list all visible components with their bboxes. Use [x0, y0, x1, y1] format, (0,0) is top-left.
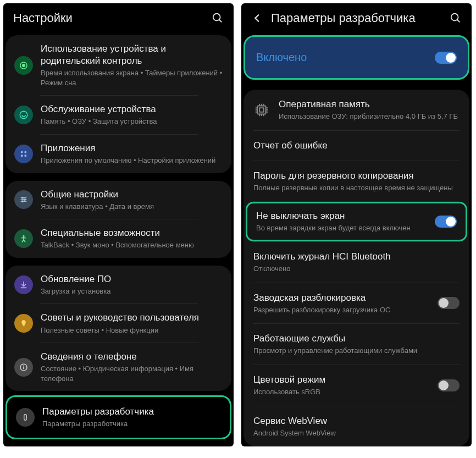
- dev-item-sub: Во время зарядки экран будет всегда вклю…: [256, 223, 426, 233]
- dev-item-oem-unlock[interactable]: Заводская разблокировка Разрешить разбло…: [243, 283, 469, 324]
- settings-item-text: Обслуживание устройства Память • ОЗУ • З…: [41, 103, 223, 126]
- svg-point-6: [24, 151, 26, 153]
- settings-header: Настройки: [3, 3, 234, 35]
- settings-item-text: Приложения Приложения по умолчанию • Нас…: [41, 142, 223, 165]
- svg-point-5: [21, 151, 23, 153]
- settings-item-sub: Состояние • Юридическая информация • Имя…: [41, 364, 223, 383]
- settings-item-sub: Время использования экрана • Таймеры при…: [41, 68, 223, 87]
- svg-rect-23: [259, 108, 264, 112]
- stay-awake-highlight: Не выключать экран Во время зарядки экра…: [246, 202, 467, 241]
- settings-group: Использование устройства и родительский …: [5, 35, 231, 173]
- apps-icon: [14, 145, 33, 163]
- dev-item-title: Сервис WebView: [253, 415, 460, 427]
- dev-item-text: Оперативная память Использование ОЗУ: пр…: [279, 98, 460, 122]
- developer-options-list: Оперативная память Использование ОЗУ: пр…: [243, 90, 469, 446]
- svg-point-7: [21, 154, 23, 157]
- search-icon[interactable]: [212, 12, 224, 24]
- settings-item-text: Параметры разработчика Параметры разрабо…: [42, 406, 221, 429]
- settings-item-sub: Параметры разработчика: [42, 419, 221, 429]
- dev-item-text: Цветовой режим Использовать sRGB: [253, 374, 429, 397]
- dev-item-title: Работающие службы: [253, 333, 460, 345]
- accessibility-icon: [14, 229, 33, 248]
- page-title: Настройки: [13, 11, 204, 25]
- settings-item-sub: Язык и клавиатура • Дата и время: [41, 202, 223, 212]
- settings-item-text: Советы и руководство пользователя Полезн…: [41, 312, 223, 335]
- dev-item-sub: Разрешить разблокировку загрузчика ОС: [253, 305, 429, 315]
- dev-item-title: Заводская разблокировка: [253, 292, 429, 304]
- settings-item-text: Использование устройства и родительский …: [41, 43, 223, 87]
- dev-item-title: Отчет об ошибке: [253, 140, 460, 152]
- settings-item-about[interactable]: Сведения о телефоне Состояние • Юридичес…: [5, 343, 231, 391]
- settings-item-title: Использование устройства и родительский …: [41, 43, 223, 67]
- back-icon[interactable]: [251, 12, 263, 24]
- developer-icon: [16, 408, 35, 427]
- enabled-label: Включено: [256, 51, 307, 64]
- oem-unlock-toggle[interactable]: [438, 297, 460, 309]
- dev-item-text: Отчет об ошибке: [253, 140, 460, 152]
- svg-point-20: [451, 14, 458, 21]
- settings-item-text: Сведения о телефоне Состояние • Юридичес…: [41, 351, 223, 383]
- update-icon: [14, 275, 33, 294]
- dev-item-title: Цветовой режим: [253, 374, 429, 386]
- settings-item-title: Общие настройки: [41, 189, 223, 201]
- search-icon[interactable]: [450, 12, 462, 24]
- settings-item-developer[interactable]: Параметры разработчика Параметры разрабо…: [7, 397, 230, 438]
- settings-item-apps[interactable]: Приложения Приложения по умолчанию • Нас…: [5, 135, 231, 173]
- svg-point-4: [20, 111, 27, 119]
- settings-item-sub: Загрузка и установка: [41, 286, 223, 296]
- dev-item-text: Пароль для резервного копирования Полные…: [253, 170, 460, 193]
- wellbeing-icon: [14, 56, 33, 75]
- svg-point-3: [23, 64, 25, 67]
- settings-item-title: Обслуживание устройства: [41, 103, 223, 115]
- stay-awake-toggle[interactable]: [435, 216, 457, 228]
- settings-item-title: Советы и руководство пользователя: [41, 312, 223, 324]
- developer-options-screen: Параметры разработчика Включено Оператив…: [241, 3, 472, 446]
- settings-item-text: Общие настройки Язык и клавиатура • Дата…: [41, 189, 223, 212]
- developer-enabled-toggle[interactable]: [435, 52, 457, 64]
- dev-item-title: Не выключать экран: [256, 210, 426, 222]
- settings-item-wellbeing[interactable]: Использование устройства и родительский …: [5, 35, 231, 95]
- cpu-icon: [253, 102, 270, 118]
- settings-item-title: Обновление ПО: [41, 273, 223, 285]
- settings-item-text: Обновление ПО Загрузка и установка: [41, 273, 223, 296]
- svg-line-1: [219, 20, 222, 23]
- dev-item-stay-awake[interactable]: Не выключать экран Во время зарядки экра…: [247, 203, 466, 240]
- settings-group: Обновление ПО Загрузка и установка Совет…: [5, 266, 231, 391]
- device-care-icon: [14, 106, 33, 124]
- dev-item-text: Заводская разблокировка Разрешить разбло…: [253, 292, 429, 315]
- settings-item-title: Параметры разработчика: [42, 406, 221, 418]
- settings-screen: Настройки Использование устройства и род…: [3, 3, 234, 446]
- dev-item-title: Пароль для резервного копирования: [253, 170, 460, 182]
- settings-item-update[interactable]: Обновление ПО Загрузка и установка: [5, 266, 231, 304]
- dev-item-bluetooth-hci[interactable]: Включить журнал HCI Bluetooth Отключено: [243, 242, 469, 283]
- dev-item-title: Включить журнал HCI Bluetooth: [253, 251, 460, 263]
- svg-rect-16: [23, 325, 24, 326]
- settings-item-accessibility[interactable]: Специальные возможности TalkBack • Звук …: [5, 219, 231, 258]
- settings-item-tips[interactable]: Советы и руководство пользователя Полезн…: [5, 304, 231, 343]
- dev-item-text: Работающие службы Просмотр и управление …: [253, 333, 460, 356]
- dev-item-webview[interactable]: Сервис WebView Android System WebView: [243, 406, 469, 447]
- svg-point-0: [213, 14, 220, 21]
- settings-item-title: Специальные возможности: [41, 227, 223, 239]
- settings-item-care[interactable]: Обслуживание устройства Память • ОЗУ • З…: [5, 96, 231, 134]
- dev-item-title: Оперативная память: [279, 98, 460, 111]
- developer-enabled-card[interactable]: Включено: [243, 35, 469, 80]
- dev-item-running-services[interactable]: Работающие службы Просмотр и управление …: [243, 324, 469, 365]
- dev-item-memory[interactable]: Оперативная память Использование ОЗУ: пр…: [243, 90, 469, 130]
- settings-item-title: Сведения о телефоне: [41, 351, 223, 363]
- settings-item-general[interactable]: Общие настройки Язык и клавиатура • Дата…: [5, 181, 231, 219]
- dev-item-color-mode[interactable]: Цветовой режим Использовать sRGB: [243, 365, 469, 406]
- dev-item-sub: Android System WebView: [253, 428, 460, 438]
- dev-item-text: Не выключать экран Во время зарядки экра…: [256, 210, 426, 233]
- settings-group: Общие настройки Язык и клавиатура • Дата…: [5, 181, 231, 258]
- dev-item-sub: Использовать sRGB: [253, 387, 429, 397]
- dev-item-bug-report[interactable]: Отчет об ошибке: [243, 131, 469, 161]
- settings-item-title: Приложения: [41, 142, 223, 154]
- svg-line-21: [457, 20, 460, 23]
- tips-icon: [14, 314, 33, 333]
- settings-item-sub: Полезные советы • Новые функции: [41, 325, 223, 335]
- settings-item-text: Специальные возможности TalkBack • Звук …: [41, 227, 223, 250]
- color-mode-toggle[interactable]: [438, 379, 460, 391]
- dev-item-sub: Просмотр и управление работающими служба…: [253, 346, 460, 356]
- dev-item-backup-password[interactable]: Пароль для резервного копирования Полные…: [243, 161, 469, 202]
